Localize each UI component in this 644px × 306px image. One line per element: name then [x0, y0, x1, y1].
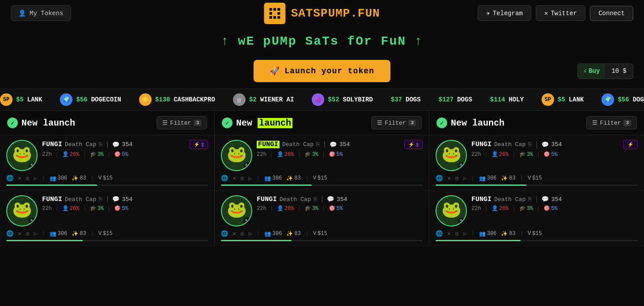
holder-count-1-1: 306: [58, 175, 68, 181]
filter-button-3[interactable]: ☰ Filter 3: [586, 116, 637, 130]
column-3: ✓ New launch ☰ Filter 3 🐸 🔧 FUNGI Death: [429, 111, 644, 246]
card-name-row-3-2: FUNGI Death Cap ⎘ | 💬 354: [471, 195, 638, 203]
comment-count-2-1: 354: [339, 141, 350, 148]
card-info-3-1: FUNGI Death Cap ⎘ | 💬 354 ⚡ 22h |: [471, 140, 638, 158]
discord-icon-2-1[interactable]: ◎: [241, 175, 244, 182]
filter-icon-1: ☰: [162, 119, 168, 126]
share-icon-1-1[interactable]: ▷: [34, 175, 38, 182]
share-icon-2-1[interactable]: ▷: [249, 175, 252, 182]
stat3-val-2-1: 5%: [336, 151, 343, 158]
sparkle-stat-1-2: ✨ 83: [72, 231, 86, 237]
filter-icon-3: ☰: [592, 119, 597, 126]
globe-icon-2-2[interactable]: 🌐: [221, 230, 228, 237]
launch-token-button[interactable]: 🚀 Launch your token: [254, 60, 390, 82]
volume-val-2-2: $15: [318, 231, 327, 237]
copy-icon-1-1[interactable]: ⎘: [99, 141, 102, 148]
token-avatar-2-1: 🐸 🔧: [221, 140, 252, 171]
ticker-item: $127 DOGS: [439, 93, 472, 106]
sparkle-count-1-1: 83: [80, 175, 86, 181]
boost-button-3-1[interactable]: ⚡: [623, 140, 638, 149]
col-title-text-1: New launch: [21, 118, 75, 128]
telegram-button[interactable]: ✈ Telegram: [478, 5, 531, 21]
holder-icon-1-1: 👥: [50, 175, 56, 182]
copy-icon-3-2[interactable]: ⎘: [528, 196, 532, 203]
token-name-1-1: FUNGI: [42, 141, 62, 148]
sparkle-stat-1-1: ✨ 83: [72, 175, 86, 182]
volume-stat-3-1: V $15: [528, 175, 542, 181]
person-icon-2-1: 👤: [277, 151, 284, 158]
token-name-2-1: FUNGI: [257, 141, 280, 148]
header-right: ✈ Telegram ✕ Twitter Connect: [478, 5, 633, 21]
svg-rect-1: [269, 8, 272, 11]
filter-label-3: Filter: [600, 120, 621, 126]
globe-icon-1-1[interactable]: 🌐: [6, 175, 13, 182]
stat-age-3-2: 22h: [471, 205, 481, 212]
ticker-icon-solybird: 🟣: [312, 93, 324, 106]
discord-icon-2-2[interactable]: ◎: [241, 230, 244, 237]
copy-icon-3-1[interactable]: ⎘: [528, 141, 532, 148]
card-info-2-1: FUNGI Death Cap ⎘ | 💬 354 ⚡ $ 22h |: [257, 140, 423, 158]
card-stats-2-1: 22h | 👤 26% | 🎓 3% | 🎯: [257, 151, 423, 158]
globe-icon-1-2[interactable]: 🌐: [6, 230, 13, 237]
copy-icon-2-1[interactable]: ⎘: [316, 141, 320, 148]
sparkle-stat-2-2: ✨ 83: [286, 231, 301, 237]
twitter-icon-3-2[interactable]: ✕: [447, 230, 451, 237]
col-title-3: ✓ New launch: [436, 117, 504, 128]
comment-count-2-2: 354: [337, 196, 347, 203]
share-icon-2-2[interactable]: ▷: [249, 230, 252, 237]
boost-button-2-1[interactable]: ⚡ $: [404, 140, 423, 149]
share-icon-3-1[interactable]: ▷: [463, 175, 467, 182]
share-icon-3-2[interactable]: ▷: [463, 230, 467, 237]
discord-icon-3-2[interactable]: ◎: [455, 230, 459, 237]
twitter-icon-3-1[interactable]: ✕: [447, 175, 451, 182]
stat1-val-2-1: 26%: [284, 151, 294, 158]
avatar-dot-3-1: 🔧: [458, 162, 465, 169]
card-name-row-3-1: FUNGI Death Cap ⎘ | 💬 354 ⚡: [471, 140, 638, 149]
filter-button-1[interactable]: ☰ Filter 3: [157, 116, 207, 130]
comment-count-3-1: 354: [551, 141, 562, 148]
sparkle-count-3-2: 83: [509, 231, 515, 237]
share-icon-1-2[interactable]: ▷: [34, 230, 38, 237]
token-avatar-3-2: 🐸 🔧: [436, 195, 467, 226]
discord-icon-1-1[interactable]: ◎: [26, 175, 30, 182]
twitter-icon-2-1[interactable]: ✕: [233, 175, 236, 182]
token-card-1-1: 🐸 🔧 FUNGI Death Cap ⎘ | 💬 354 ⚡ $: [0, 135, 214, 191]
twitter-icon-1-1[interactable]: ✕: [18, 175, 21, 182]
ticker-item: 🤖 $2 WIENER AI: [233, 93, 294, 106]
header: 👤 My Tokens SATSPUMP.FUN ✈ Telegram: [0, 0, 644, 26]
globe-icon-3-1[interactable]: 🌐: [436, 175, 443, 182]
stat3-val-3-2: 5%: [551, 205, 557, 212]
token-name-2-2: FUNGI: [257, 196, 277, 203]
volume-val-1-2: $15: [103, 231, 113, 237]
twitter-icon-1-2[interactable]: ✕: [18, 230, 21, 237]
sparkle-icon-3-1: ✨: [501, 175, 508, 182]
copy-icon-2-2[interactable]: ⎘: [314, 196, 317, 203]
discord-icon-1-2[interactable]: ◎: [26, 230, 30, 237]
globe-icon-3-2[interactable]: 🌐: [436, 230, 443, 237]
filter-button-2[interactable]: ☰ Filter 3: [371, 116, 422, 130]
col-title-text-2: New launch: [236, 118, 292, 128]
volume-val-2-1: $15: [318, 175, 327, 181]
card-name-row-1-2: FUNGI Death Cap ⎘ | 💬 354: [42, 195, 208, 203]
globe-icon-2-1[interactable]: 🌐: [221, 175, 228, 182]
stat3-val-2-2: 5%: [336, 205, 343, 212]
token-name-1-2: FUNGI: [42, 196, 62, 203]
col-title-2: ✓ New launch: [222, 117, 292, 128]
progress-fill-1-2: [6, 240, 83, 241]
holder-icon-3-1: 👥: [479, 175, 486, 182]
twitter-button[interactable]: ✕ Twitter: [536, 5, 585, 21]
buy-amount: 10 $: [605, 64, 633, 78]
card-progress-1-2: [6, 240, 208, 241]
discord-icon-3-1[interactable]: ◎: [455, 175, 459, 182]
filter-icon-2: ☰: [377, 119, 382, 126]
boost-button-1-1[interactable]: ⚡ $: [190, 140, 208, 149]
copy-icon-1-2[interactable]: ⎘: [99, 196, 102, 203]
card-progress-2-2: [221, 240, 423, 241]
card-social-3-1: 🌐 ✕ ◎ ▷ | 👥 306 ✨ 83 | V $15: [436, 175, 638, 182]
twitter-icon-2-2[interactable]: ✕: [233, 230, 236, 237]
my-tokens-button[interactable]: 👤 My Tokens: [11, 5, 71, 21]
token-card-3-1: 🐸 🔧 FUNGI Death Cap ⎘ | 💬 354 ⚡: [429, 135, 644, 191]
connect-button[interactable]: Connect: [590, 6, 633, 21]
token-avatar-2-2: 🐸 🔧: [221, 195, 252, 226]
sparkle-icon-3-2: ✨: [501, 231, 508, 237]
